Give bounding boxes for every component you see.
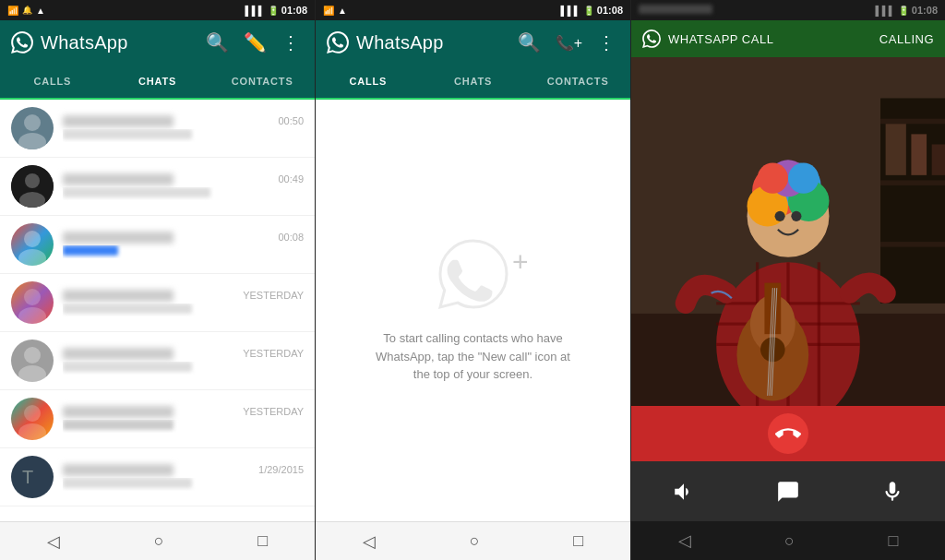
speaker-button[interactable]: [665, 473, 702, 510]
chat-content-1: 00:50: [63, 115, 304, 142]
home-button-2[interactable]: ○: [470, 531, 480, 551]
chat-time-2: 00:49: [278, 173, 304, 185]
new-call-button[interactable]: 📞+: [552, 30, 586, 55]
contact-name-blur-3: [639, 5, 712, 16]
svg-point-44: [788, 163, 819, 194]
svg-point-11: [24, 405, 41, 422]
chat-content-2: 00:49: [63, 173, 304, 200]
tab-chats-1[interactable]: CHATS: [105, 65, 210, 98]
svg-rect-18: [880, 180, 945, 185]
chat-time-6: YESTERDAY: [243, 406, 304, 417]
mic-icon: [880, 480, 904, 504]
svg-point-0: [24, 114, 41, 131]
search-button-2[interactable]: 🔍: [514, 28, 544, 57]
more-button-1[interactable]: ⋮: [278, 28, 304, 57]
avatar-7: T: [11, 456, 54, 498]
chat-item-5[interactable]: YESTERDAY: [0, 332, 315, 390]
chat-preview-text-1: [63, 129, 192, 139]
app-bar-1: WhatsApp 🔍 ✏️ ⋮: [0, 20, 315, 65]
call-app-bar: WHATSAPP CALL CALLING: [631, 20, 945, 57]
chat-name-row-1: 00:50: [63, 115, 304, 127]
svg-point-12: [18, 423, 46, 440]
home-button-3[interactable]: ○: [784, 531, 795, 551]
chat-item-4[interactable]: YESTERDAY: [0, 274, 315, 332]
chat-item-3[interactable]: 00:08: [0, 216, 315, 274]
tab-calls-1[interactable]: CALLS: [0, 65, 105, 98]
svg-rect-20: [886, 124, 906, 175]
chat-content-6: YESTERDAY: [63, 406, 304, 433]
status-bar-left-2: 📶 ▲: [323, 6, 347, 16]
chat-content-4: YESTERDAY: [63, 290, 304, 316]
svg-point-9: [24, 347, 41, 363]
chat-time-7: 1/29/2015: [258, 464, 304, 475]
chat-name-row-7: 1/29/2015: [63, 464, 304, 476]
chat-list: 00:50 00:49: [0, 100, 315, 521]
chat-preview-4: [63, 304, 304, 316]
svg-point-6: [18, 249, 46, 266]
chat-preview-2: [63, 187, 304, 200]
back-button-2[interactable]: ◁: [363, 531, 376, 552]
tab-contacts-1[interactable]: CONTACTS: [209, 65, 315, 98]
chat-preview-text-6: [63, 420, 173, 430]
recents-button-2[interactable]: □: [573, 531, 583, 551]
back-button-1[interactable]: ◁: [47, 531, 60, 552]
home-button-1[interactable]: ○: [154, 531, 164, 551]
tab-chats-2[interactable]: CHATS: [421, 65, 526, 98]
chat-preview-text-5: [63, 362, 192, 372]
signal-icon: ▌▌▌: [245, 6, 265, 16]
message-button[interactable]: [770, 473, 807, 510]
status-bar-left-3: [639, 5, 712, 16]
panel-chats: 📶 🔔 ▲ ▌▌▌ 🔋 01:08 WhatsApp 🔍 ✏️ ⋮ CALLS …: [0, 0, 316, 560]
svg-rect-21: [911, 134, 927, 174]
battery-icon: 🔋: [268, 6, 279, 16]
status-bar-2: 📶 ▲ ▌▌▌ 🔋 01:08: [316, 0, 630, 20]
battery-icon-2: 🔋: [583, 6, 594, 16]
recents-button-3[interactable]: □: [888, 531, 898, 551]
mic-button[interactable]: [874, 473, 911, 510]
chat-item-1[interactable]: 00:50: [0, 100, 315, 158]
compose-button-1[interactable]: ✏️: [240, 28, 270, 57]
call-hangup-bar: [631, 406, 945, 461]
chat-item-6[interactable]: YESTERDAY: [0, 390, 315, 448]
chat-name-row-5: YESTERDAY: [63, 348, 304, 360]
svg-rect-17: [880, 119, 945, 125]
app-title-1: WhatsApp: [41, 32, 195, 54]
status-bar-1: 📶 🔔 ▲ ▌▌▌ 🔋 01:08: [0, 0, 315, 20]
tab-bar-2: CALLS CHATS CONTACTS: [316, 65, 630, 100]
recents-button-1[interactable]: □: [257, 531, 268, 551]
search-button-1[interactable]: 🔍: [202, 28, 233, 57]
svg-point-33: [760, 338, 785, 363]
battery-icon-3: 🔋: [898, 6, 909, 16]
avatar-5: [11, 340, 54, 382]
chat-item-2[interactable]: 00:49: [0, 158, 315, 216]
chat-name-1: [63, 115, 173, 127]
tab-calls-2[interactable]: CALLS: [316, 65, 421, 98]
back-button-3[interactable]: ◁: [678, 530, 691, 551]
chat-preview-text-4: [63, 304, 192, 314]
status-bar-right-2: ▌▌▌ 🔋 01:08: [561, 5, 623, 16]
hangup-button[interactable]: [768, 413, 808, 454]
svg-rect-19: [880, 242, 945, 247]
signal-icon-2: ▌▌▌: [561, 6, 580, 16]
speaker-icon: [672, 480, 696, 504]
whatsapp-logo-2: [327, 31, 349, 54]
more-button-2[interactable]: ⋮: [593, 28, 619, 57]
bottom-nav-3: ◁ ○ □: [631, 521, 945, 560]
svg-text:T: T: [22, 467, 33, 487]
status-time-2: 01:08: [597, 5, 623, 16]
phone-icon-large: [437, 237, 510, 311]
chat-time-1: 00:50: [278, 115, 304, 126]
avatar-1: [11, 107, 54, 149]
svg-point-3: [25, 173, 40, 188]
tab-contacts-2[interactable]: CONTACTS: [525, 65, 630, 98]
wifi-icon-2: ▲: [338, 6, 347, 16]
chat-item-7[interactable]: T 1/29/2015: [0, 448, 315, 506]
calls-empty-description: To start calling contacts who have Whats…: [372, 329, 575, 384]
chat-preview-3: [63, 245, 304, 258]
chat-time-3: 00:08: [278, 232, 304, 243]
svg-point-7: [24, 289, 41, 305]
chat-content-7: 1/29/2015: [63, 464, 304, 491]
chat-preview-text-2: [63, 187, 210, 197]
chat-time-5: YESTERDAY: [243, 348, 304, 359]
status-bar-right-1: ▌▌▌ 🔋 01:08: [245, 5, 307, 16]
